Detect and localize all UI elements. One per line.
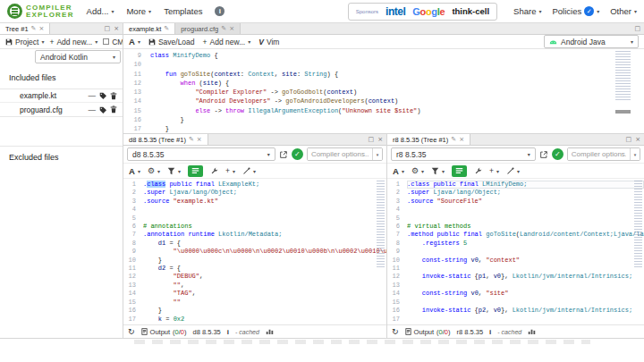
conformance-button[interactable]: ▾: [506, 167, 520, 175]
menu-other[interactable]: Other▾: [610, 6, 637, 16]
filter-button[interactable]: ▾: [431, 167, 445, 175]
compile-ok-icon: ✓: [552, 148, 564, 160]
exclude-minus-icon[interactable]: —: [89, 105, 97, 114]
d8-output-lines: 1.class public final LExampleKt;2.super …: [123, 179, 386, 324]
exclude-minus-icon[interactable]: —: [89, 91, 97, 100]
save-load-button[interactable]: Save/Load: [148, 38, 195, 46]
output-format-button[interactable]: [188, 165, 203, 177]
document-icon: [405, 328, 411, 335]
font-size-button[interactable]: A▾: [129, 37, 140, 46]
tab-tree-1[interactable]: Tree #1 ✎ ×: [0, 23, 50, 34]
tab-proguard-cfg[interactable]: proguard.cfg ✎ ×: [175, 23, 241, 34]
wrench-icon: [210, 167, 218, 175]
file-row-proguard-cfg[interactable]: proguard.cfg —: [0, 103, 123, 116]
brand-text: COMPILER EXPLORER: [26, 4, 74, 19]
editor-add-new-button[interactable]: +Add new...▾: [203, 38, 251, 46]
cmake-checkbox[interactable]: CMake: [103, 38, 123, 46]
source-code-editor[interactable]: 9class MinifyDemo {1011 fun goToSite(con…: [123, 49, 644, 133]
font-size-button[interactable]: A▾: [393, 166, 404, 176]
maximize-icon[interactable]: □: [626, 136, 632, 143]
tree-language-select[interactable]: Android Kotlin▾: [35, 50, 121, 63]
output-button[interactable]: Output (0/0): [405, 328, 451, 336]
close-icon[interactable]: ×: [229, 25, 234, 32]
menu-policies[interactable]: Policies ✓ ▾: [552, 6, 599, 16]
options-dropdown-caret[interactable]: ▾: [372, 148, 382, 160]
code-line: 16 }: [123, 307, 386, 315]
menu-add[interactable]: Add...▾: [87, 6, 114, 16]
code-line: 5: [123, 215, 386, 223]
popout-icon[interactable]: [539, 150, 548, 159]
tab-example-kt[interactable]: example.kt ✎: [123, 23, 175, 34]
rename-pencil-icon[interactable]: ✎: [221, 25, 226, 32]
chevron-down-icon: ▾: [538, 8, 541, 14]
rename-pencil-icon[interactable]: ✎: [451, 136, 456, 143]
filter-button[interactable]: ▾: [167, 167, 181, 175]
editor-tabbar: example.kt ✎ proguard.cfg ✎ × □: [123, 23, 644, 35]
close-icon[interactable]: ×: [197, 136, 202, 143]
output-button[interactable]: Output (0/0): [141, 328, 187, 336]
add-tool-button[interactable]: [210, 167, 218, 175]
compiler-info-icon[interactable]: i: [227, 328, 229, 336]
compiler-explorer-logo[interactable]: COMPILER EXPLORER: [7, 4, 74, 19]
options-dropdown-caret[interactable]: ▾: [630, 148, 640, 160]
project-button[interactable]: Project▾: [5, 38, 44, 46]
settings-gear-button[interactable]: ⚙▾: [148, 166, 160, 175]
vim-toggle-button[interactable]: VVim: [258, 38, 279, 46]
info-icon[interactable]: i: [215, 6, 225, 16]
rename-tag-icon[interactable]: [99, 106, 106, 114]
close-icon[interactable]: ×: [459, 136, 464, 143]
rename-pencil-icon[interactable]: ✎: [31, 25, 37, 32]
recompile-icon[interactable]: ↻: [392, 327, 399, 336]
think-cell-logo[interactable]: think-cell: [452, 6, 489, 16]
tree-add-new-button[interactable]: +Add new...▾: [49, 38, 97, 46]
intel-logo[interactable]: intel: [386, 5, 405, 18]
font-size-button[interactable]: A▾: [129, 166, 140, 176]
compiler-info-icon[interactable]: i: [489, 328, 491, 336]
d8-output-code[interactable]: 1.class public final LExampleKt;2.super …: [123, 179, 386, 324]
file-row-example-kt[interactable]: example.kt —: [0, 89, 123, 103]
timing-chart-icon[interactable]: [266, 328, 274, 335]
menu-templates[interactable]: Templates: [164, 6, 202, 16]
delete-trash-icon[interactable]: [110, 92, 117, 100]
chevron-down-icon: ▾: [95, 38, 97, 45]
tree-toolbar: Project▾ +Add new...▾ CMake: [0, 35, 123, 49]
source-editor-pane: example.kt ✎ proguard.cfg ✎ × □ A▾: [123, 23, 644, 133]
tab-r8[interactable]: r8 8.5.35 (Tree #1) ✎ ×: [387, 134, 470, 145]
editor-language-select[interactable]: Android Java▾: [544, 35, 639, 48]
close-icon[interactable]: ×: [114, 25, 119, 32]
r8-output-code[interactable]: 1.class public final LMinifyDemo;2.super…: [387, 179, 644, 324]
maximize-icon[interactable]: □: [369, 136, 375, 143]
google-logo[interactable]: Google: [412, 6, 445, 17]
rename-tag-icon[interactable]: [99, 92, 106, 99]
menu-more[interactable]: More▾: [126, 6, 151, 16]
add-tool-button[interactable]: [474, 167, 482, 175]
d8-minimap[interactable]: [377, 181, 385, 323]
tab-d8[interactable]: d8 8.5.35 (Tree #1) ✎ ×: [123, 134, 208, 145]
included-files-label: Included files: [9, 73, 56, 82]
conformance-button[interactable]: ▾: [242, 167, 256, 175]
d8-compiler-select[interactable]: d8 8.5.35▾: [127, 147, 275, 161]
settings-gear-button[interactable]: ⚙▾: [411, 166, 424, 175]
delete-trash-icon[interactable]: [110, 105, 117, 114]
add-new-pane-button[interactable]: +▾: [489, 166, 499, 175]
maximize-icon[interactable]: □: [634, 25, 640, 32]
d8-compiler-options-input[interactable]: [308, 148, 372, 160]
menu-share[interactable]: Share▾: [513, 6, 541, 16]
timing-chart-icon[interactable]: [528, 328, 536, 335]
close-icon[interactable]: ×: [635, 136, 640, 143]
r8-compiler-options-input[interactable]: [568, 148, 630, 160]
add-new-pane-button[interactable]: +▾: [225, 166, 235, 175]
editor-minimap[interactable]: [615, 51, 631, 131]
minimap-slider[interactable]: [615, 110, 631, 114]
popout-icon[interactable]: [279, 150, 288, 159]
output-format-button[interactable]: [452, 165, 467, 177]
close-icon[interactable]: ×: [377, 136, 383, 143]
close-icon[interactable]: ×: [38, 25, 44, 32]
r8-minimap[interactable]: [634, 181, 642, 323]
r8-compiler-select[interactable]: r8 8.5.35▾: [391, 147, 536, 161]
compiler-pane-r8: r8 8.5.35 (Tree #1) ✎ × □ × r8 8.5.35▾ ✓: [387, 134, 644, 338]
rename-pencil-icon[interactable]: ✎: [189, 136, 194, 143]
maximize-icon[interactable]: □: [105, 25, 111, 32]
rename-pencil-icon[interactable]: ✎: [164, 25, 169, 32]
recompile-icon[interactable]: ↻: [128, 327, 135, 336]
